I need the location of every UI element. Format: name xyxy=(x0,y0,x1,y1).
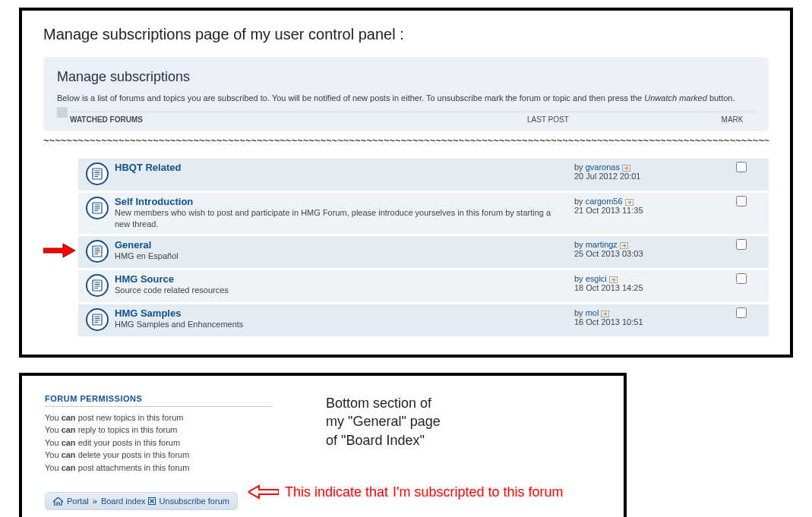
goto-last-post-icon[interactable] xyxy=(625,199,633,206)
perm-can: can xyxy=(62,450,76,459)
last-post-author[interactable]: gvaronas xyxy=(586,162,620,172)
last-post-author[interactable]: cargom56 xyxy=(586,197,623,206)
perm-pre: You xyxy=(45,438,62,447)
forum-icon xyxy=(86,240,109,263)
watched-forums-list: HBQT Relatedby gvaronas20 Jul 2012 20:01… xyxy=(43,156,769,336)
last-post-cell: by martingz25 Oct 2013 03:03 xyxy=(574,239,719,258)
forum-main: Self IntroductionNew members who wish to… xyxy=(115,196,574,229)
forum-main: HMG SamplesHMG Samples and Enhancements xyxy=(115,307,574,329)
forum-title-link[interactable]: HMG Samples xyxy=(115,307,181,319)
last-post-author[interactable]: mol xyxy=(586,308,599,317)
perm-pre: You xyxy=(45,425,62,434)
permission-line: You can post attachments in this forum xyxy=(45,462,326,474)
annot-line-2: my "General" page xyxy=(326,412,601,430)
last-post-byline: by gvaronas xyxy=(574,162,719,172)
forum-description: HMG Samples and Enhancements xyxy=(115,319,567,329)
squiggle-divider: ~~~~~~~~~~~~~~~~~~~~~~~~~~~~~~~~~~~~~~~~… xyxy=(43,131,769,156)
row-gutter xyxy=(43,242,78,259)
sidebar-shim xyxy=(57,107,68,118)
panel-title: Manage subscriptions xyxy=(57,69,755,85)
forum-row: HMG SamplesHMG Samples and Enhancementsb… xyxy=(78,302,769,336)
subscriptions-screenshot-box: Manage subscriptions page of my user con… xyxy=(19,8,793,358)
breadcrumb-board-index[interactable]: Board index xyxy=(101,497,146,506)
arrow-left-icon xyxy=(248,484,279,500)
perm-post: edit your posts in this forum xyxy=(76,438,181,447)
panel-description: Below is a list of forums and topics you… xyxy=(57,93,755,104)
forum-title-link[interactable]: Self Introduction xyxy=(115,196,193,207)
desc-em: Unwatch marked xyxy=(644,93,707,102)
last-post-date: 25 Oct 2013 03:03 xyxy=(574,249,719,258)
unsubscribe-icon xyxy=(148,497,156,505)
table-row: GeneralHMG en Españolby martingz25 Oct 2… xyxy=(43,234,769,268)
last-post-author[interactable]: martingz xyxy=(586,240,618,249)
forum-description: New members who wish to post and partici… xyxy=(115,207,567,229)
breadcrumb: Portal » Board index Unsubscribe forum xyxy=(45,492,238,510)
permission-line: You can edit your posts in this forum xyxy=(45,437,326,449)
table-row: HMG SamplesHMG Samples and Enhancementsb… xyxy=(43,302,769,336)
goto-last-post-icon[interactable] xyxy=(601,311,609,317)
svg-rect-24 xyxy=(93,314,102,325)
last-post-cell: by esgici18 Oct 2013 14:25 xyxy=(574,273,719,292)
annot-line-1: Bottom section of xyxy=(326,394,601,412)
permission-line: You can delete your posts in this forum xyxy=(45,449,326,462)
perm-can: can xyxy=(62,463,76,472)
permissions-screenshot-box: FORUM PERMISSIONS You can post new topic… xyxy=(19,373,627,517)
forum-icon xyxy=(86,308,109,331)
red-annotation: This indicate that I'm subscripted to th… xyxy=(248,484,564,500)
perm-post: post new topics in this forum xyxy=(76,413,184,422)
last-post-byline: by mol xyxy=(574,308,719,317)
last-post-cell: by mol16 Oct 2013 10:51 xyxy=(574,307,719,326)
mark-cell xyxy=(719,196,764,206)
desc-text: Below is a list of forums and topics you… xyxy=(57,93,644,102)
col-header-mark: MARK xyxy=(709,115,755,124)
last-post-author[interactable]: esgici xyxy=(586,274,607,283)
perm-post: post attachments in this forum xyxy=(76,463,190,472)
mark-checkbox[interactable] xyxy=(736,239,747,250)
forum-main: HBQT Related xyxy=(115,162,574,173)
mark-checkbox[interactable] xyxy=(736,196,747,206)
last-post-byline: by cargom56 xyxy=(574,197,719,206)
goto-last-post-icon[interactable] xyxy=(609,276,618,283)
forum-row: HBQT Relatedby gvaronas20 Jul 2012 20:01 xyxy=(78,156,769,191)
permissions-list: You can post new topics in this forumYou… xyxy=(45,411,326,474)
perm-post: delete your posts in this forum xyxy=(76,450,190,459)
red-text-2: I'm subscripted to this forum xyxy=(393,484,564,500)
perm-pre: You xyxy=(45,463,62,472)
red-text-1: This indicate that xyxy=(285,484,388,500)
forum-title-link[interactable]: HMG Source xyxy=(115,273,174,285)
col-header-watched: WATCHED FORUMS xyxy=(70,115,527,124)
by-label: by xyxy=(574,162,586,172)
forum-title-link[interactable]: General xyxy=(115,239,151,251)
forum-row: Self IntroductionNew members who wish to… xyxy=(78,191,769,234)
last-post-cell: by gvaronas20 Jul 2012 20:01 xyxy=(574,162,719,181)
last-post-byline: by martingz xyxy=(574,240,719,249)
breadcrumb-sep: » xyxy=(93,497,97,506)
permission-line: You can reply to topics in this forum xyxy=(45,424,326,437)
breadcrumb-unsubscribe[interactable]: Unsubscribe forum xyxy=(160,497,229,506)
mark-cell xyxy=(719,307,764,318)
forum-description: Source code related resources xyxy=(115,285,567,295)
forum-main: GeneralHMG en Español xyxy=(115,239,574,261)
goto-last-post-icon[interactable] xyxy=(620,242,628,249)
by-label: by xyxy=(574,240,586,249)
forum-icon xyxy=(86,197,109,219)
perm-post: reply to topics in this forum xyxy=(76,425,178,434)
breadcrumb-portal[interactable]: Portal xyxy=(67,497,89,506)
mark-checkbox[interactable] xyxy=(736,162,747,172)
goto-last-post-icon[interactable] xyxy=(622,165,630,172)
mark-checkbox[interactable] xyxy=(736,307,747,318)
mark-checkbox[interactable] xyxy=(736,273,747,284)
perm-pre: You xyxy=(45,450,62,459)
forum-row: HMG SourceSource code related resourcesb… xyxy=(78,268,769,302)
forum-icon xyxy=(86,162,109,185)
forum-row: GeneralHMG en Españolby martingz25 Oct 2… xyxy=(78,234,769,268)
last-post-date: 16 Oct 2013 10:51 xyxy=(574,317,719,326)
manage-subscriptions-panel: Manage subscriptions Below is a list of … xyxy=(43,57,769,131)
by-label: by xyxy=(574,308,586,317)
desc-suffix: button. xyxy=(707,93,735,102)
arrow-right-icon xyxy=(43,242,75,259)
mark-cell xyxy=(719,162,764,172)
forum-title-link[interactable]: HBQT Related xyxy=(115,162,181,173)
table-header: WATCHED FORUMS LAST POST MARK xyxy=(70,112,755,124)
last-post-date: 18 Oct 2013 14:25 xyxy=(574,283,719,292)
